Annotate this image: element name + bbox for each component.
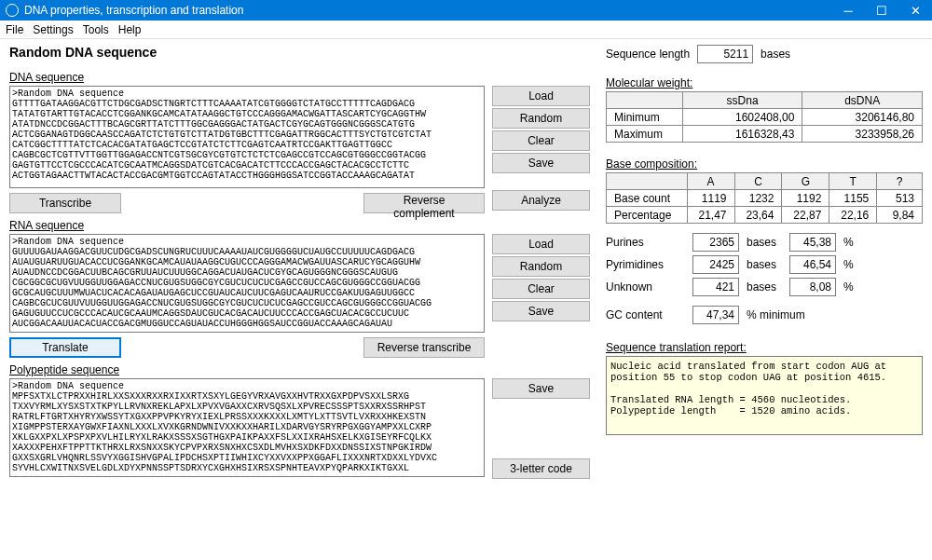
rna-load-button[interactable]: Load <box>492 234 590 254</box>
dna-load-button[interactable]: Load <box>492 86 590 106</box>
purines-bases[interactable] <box>692 233 739 252</box>
app-icon <box>6 4 19 17</box>
main-heading: Random DNA sequence <box>9 45 596 60</box>
bc-header: Base composition: <box>606 157 923 171</box>
maximize-button[interactable]: ☐ <box>865 0 898 20</box>
pyrimidines-pct[interactable] <box>789 255 836 274</box>
dna-save-button[interactable]: Save <box>492 153 590 173</box>
rna-sequence-textarea[interactable] <box>9 234 485 333</box>
seqlen-label: Sequence length <box>606 48 690 61</box>
gc-label: GC content <box>606 308 685 321</box>
seqlen-input[interactable] <box>697 45 753 63</box>
pyrimidines-label: Pyrimidines <box>606 258 685 271</box>
window-title: DNA properties, transcription and transl… <box>24 4 243 17</box>
unknown-bases[interactable] <box>692 278 739 296</box>
purines-pct[interactable] <box>789 233 836 252</box>
menu-tools[interactable]: Tools <box>83 23 109 36</box>
dna-sequence-textarea[interactable] <box>9 86 485 188</box>
menu-settings[interactable]: Settings <box>33 23 73 36</box>
menu-file[interactable]: File <box>6 23 23 36</box>
rna-save-button[interactable]: Save <box>492 301 590 321</box>
report-header: Sequence translation report: <box>606 341 923 354</box>
mw-table: ssDnadsDNA Minimum1602408,003206146,80 M… <box>606 91 923 143</box>
menubar: File Settings Tools Help <box>0 20 932 39</box>
reverse-complement-button[interactable]: Reverse complement <box>363 193 485 213</box>
seqlen-unit: bases <box>761 48 790 61</box>
purines-label: Purines <box>606 236 685 249</box>
minimize-button[interactable]: ─ <box>831 0 865 20</box>
dna-header: DNA sequence <box>9 71 596 84</box>
close-button[interactable]: ✕ <box>898 0 932 20</box>
analyze-button[interactable]: Analyze <box>492 190 590 211</box>
poly-save-button[interactable]: Save <box>492 378 590 399</box>
poly-header: Polypeptide sequence <box>9 363 596 376</box>
translate-button[interactable]: Translate <box>9 337 121 358</box>
rna-random-button[interactable]: Random <box>492 256 590 277</box>
reverse-transcribe-button[interactable]: Reverse transcribe <box>363 337 485 358</box>
pyrimidines-bases[interactable] <box>692 255 739 274</box>
bc-table: ACGT? Base count1119123211921155513 Perc… <box>606 172 923 224</box>
poly-sequence-textarea[interactable] <box>9 378 485 477</box>
dna-clear-button[interactable]: Clear <box>492 130 590 151</box>
rna-header: RNA sequence <box>9 219 596 232</box>
rna-clear-button[interactable]: Clear <box>492 279 590 299</box>
dna-random-button[interactable]: Random <box>492 108 590 129</box>
unknown-label: Unknown <box>606 280 685 294</box>
translation-report[interactable] <box>606 356 923 435</box>
mw-header: Molecular weight: <box>606 76 923 89</box>
menu-help[interactable]: Help <box>118 23 142 36</box>
titlebar: DNA properties, transcription and transl… <box>0 0 932 20</box>
unknown-pct[interactable] <box>789 278 836 296</box>
gc-value[interactable] <box>692 306 739 324</box>
transcribe-button[interactable]: Transcribe <box>9 193 121 213</box>
three-letter-code-button[interactable]: 3-letter code <box>492 458 590 479</box>
